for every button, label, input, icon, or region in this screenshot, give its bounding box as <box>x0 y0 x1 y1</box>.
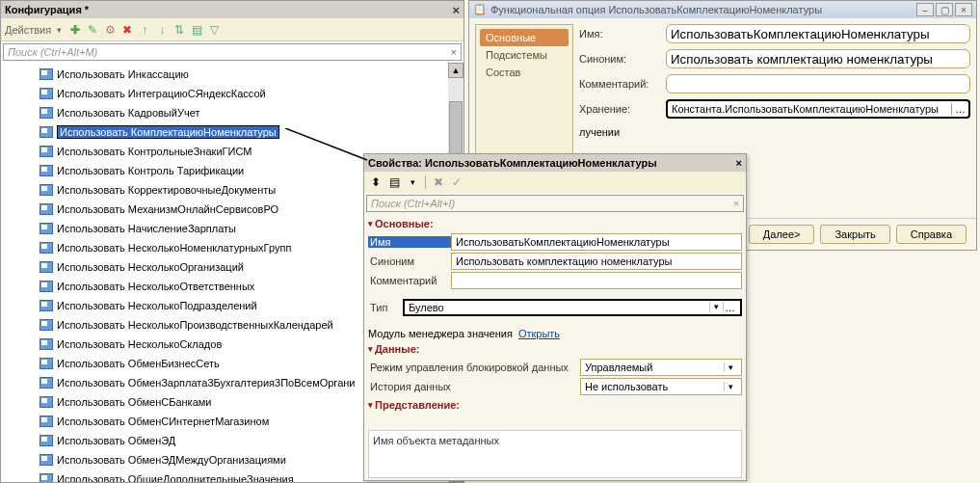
tree-item-label: Использовать НесколькоНоменклатурныхГруп… <box>57 242 291 254</box>
maximize-button[interactable]: ▢ <box>936 3 953 16</box>
edit-icon[interactable]: ✎ <box>85 22 100 38</box>
pinput-comment[interactable] <box>451 272 742 289</box>
config-close-icon[interactable]: × <box>452 3 460 17</box>
properties-panel: Свойства: ИспользоватьКомплектациюНоменк… <box>363 153 747 481</box>
filter-icon[interactable]: ▽ <box>206 22 222 38</box>
actions-label[interactable]: Действия <box>5 24 51 36</box>
option-icon <box>40 473 53 482</box>
tree-item-label: Использовать КомплектациюНоменклатуры <box>57 125 279 139</box>
tree-item-label: Использовать НесколькоСкладов <box>57 338 222 350</box>
option-icon <box>40 281 53 292</box>
option-icon <box>40 454 53 466</box>
history-dropdown-icon[interactable]: ▾ <box>724 382 737 391</box>
option-icon <box>40 416 53 427</box>
storage-picker-icon[interactable]: … <box>951 103 968 115</box>
config-search-box[interactable]: Поиск (Ctrl+Alt+M) × <box>3 43 462 61</box>
pcombo-history[interactable]: Не использовать ▾ <box>580 378 742 395</box>
input-storage[interactable]: Константа.ИспользоватьКомплектациюНоменк… <box>668 103 951 115</box>
config-title-text: Конфигурация * <box>5 4 89 15</box>
sort-az-icon[interactable]: ⬍ <box>368 174 384 190</box>
props-close-icon[interactable]: × <box>736 157 742 169</box>
tab-subsystems[interactable]: Подсистемы <box>480 46 569 64</box>
type-picker-icon[interactable]: … <box>723 302 736 313</box>
label-storage: Хранение: <box>579 103 666 115</box>
wizard-icon[interactable]: ⚙ <box>102 22 118 38</box>
tree-item[interactable]: Использовать КомплектациюНоменклатуры <box>1 122 464 142</box>
section-main[interactable]: Основные: <box>368 216 742 231</box>
tree-item-label: Использовать НесколькоОрганизаций <box>57 261 244 273</box>
tree-item-label: Использовать НачислениеЗарплаты <box>57 223 236 234</box>
scroll-thumb[interactable] <box>449 101 463 159</box>
pinput-synonym[interactable] <box>451 253 742 270</box>
lockmode-dropdown-icon[interactable]: ▾ <box>724 362 737 372</box>
option-icon <box>40 300 53 311</box>
props-body: Основные: Имя Синоним Комментарий Тип Бу… <box>364 214 746 428</box>
plabel-history[interactable]: История данных <box>368 381 580 392</box>
tree-item-label: Использовать ОбменСБанками <box>57 396 211 408</box>
minimize-button[interactable]: – <box>916 3 934 16</box>
scroll-up-icon[interactable]: ▲ <box>448 63 464 78</box>
props-description: Имя объекта метаданных <box>368 430 742 478</box>
tree-item-label: Использовать ОбменЗарплата3Бухгалтерия3П… <box>57 377 355 389</box>
func-title-bar: 📋 Функциональная опция ИспользоватьКомпл… <box>469 1 976 18</box>
tree-item-label: Использовать Контроль Тарификации <box>57 165 244 176</box>
close-button2[interactable]: Закрыть <box>820 225 889 244</box>
label-comment: Комментарий: <box>579 78 666 90</box>
plabel-type[interactable]: Тип <box>368 302 403 313</box>
option-icon <box>40 435 53 446</box>
tree-item-label: Использовать НесколькоОтветственных <box>57 281 254 292</box>
tab-composition[interactable]: Состав <box>480 64 569 81</box>
delete-icon[interactable]: ✖ <box>119 22 135 38</box>
categories-icon[interactable]: ▤ <box>386 174 402 190</box>
sort-icon[interactable]: ⇅ <box>172 22 187 38</box>
tree-item[interactable]: Использовать ИнтеграциюСЯндексКассой <box>1 84 464 103</box>
tree-item-label: Использовать КорректировочныеДокументы <box>57 184 276 196</box>
tree-item[interactable]: Использовать Инкассацию <box>1 65 464 84</box>
tree-item-label: Использовать МеханизмОнлайнСервисовРО <box>57 203 278 215</box>
clear-icon[interactable]: ✖ <box>431 174 446 190</box>
tree-item-label: Использовать КонтрольныеЗнакиГИСМ <box>57 146 252 157</box>
add-icon[interactable]: ✚ <box>67 22 83 38</box>
func-title-icon: 📋 <box>473 3 487 16</box>
toolbar-dropdown-icon[interactable]: ▾ <box>405 174 420 190</box>
report-icon[interactable]: ▤ <box>189 22 204 38</box>
dropdown-icon[interactable]: ▾ <box>57 25 62 35</box>
help-button[interactable]: Справка <box>896 225 967 244</box>
section-data[interactable]: Данные: <box>368 341 742 357</box>
open-link[interactable]: Открыть <box>518 328 560 339</box>
label-name: Имя: <box>579 28 666 40</box>
up-icon[interactable]: ↑ <box>137 22 152 38</box>
search-clear-icon[interactable]: × <box>451 46 457 58</box>
input-synonym[interactable] <box>666 49 970 68</box>
section-presentation[interactable]: Представление: <box>368 397 742 413</box>
plabel-module: Модуль менеджера значения <box>368 328 513 339</box>
tree-item-label: Использовать ОбщиеДополнительныеЗначения <box>57 473 294 482</box>
plabel-synonym[interactable]: Синоним <box>368 255 451 267</box>
option-icon <box>40 107 53 119</box>
pcombo-type[interactable]: Булево ▾ … <box>403 299 742 316</box>
props-search-clear-icon[interactable]: × <box>733 198 739 209</box>
option-icon <box>40 203 53 215</box>
props-toolbar: ⬍ ▤ ▾ ✖ ✓ <box>364 172 746 193</box>
label-synonym: Синоним: <box>579 53 666 65</box>
plabel-lockmode[interactable]: Режим управления блокировкой данных <box>368 362 580 373</box>
option-icon <box>40 68 53 80</box>
plabel-name[interactable]: Имя <box>368 236 451 248</box>
plabel-comment[interactable]: Комментарий <box>368 275 451 286</box>
tree-item[interactable]: Использовать КадровыйУчет <box>1 103 464 122</box>
tab-main[interactable]: Основные <box>480 29 569 46</box>
props-search-box[interactable]: Поиск (Ctrl+Alt+I) × <box>366 195 744 212</box>
type-dropdown-icon[interactable]: ▾ <box>709 302 723 313</box>
down-icon[interactable]: ↓ <box>154 22 170 38</box>
pcombo-lockmode[interactable]: Управляемый ▾ <box>580 359 742 376</box>
option-icon <box>40 146 53 157</box>
tree-item-label: Использовать ОбменЭДМеждуОрганизациями <box>57 454 286 466</box>
close-button[interactable]: × <box>955 3 972 16</box>
next-button[interactable]: Далее> <box>749 225 815 244</box>
tree-item-label: Использовать ОбменЭД <box>57 435 175 446</box>
option-icon <box>40 319 53 331</box>
input-name[interactable] <box>666 24 970 43</box>
input-comment[interactable] <box>666 74 970 94</box>
pinput-name[interactable] <box>451 233 742 251</box>
check-icon[interactable]: ✓ <box>449 174 464 190</box>
